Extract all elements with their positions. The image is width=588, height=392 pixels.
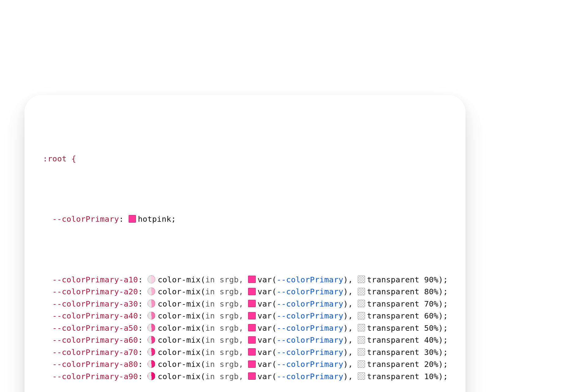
transparent-swatch-icon[interactable] [358, 324, 365, 331]
paren-close: ) [343, 360, 348, 369]
code-line-selector: :root { [43, 153, 447, 165]
color-swatch-icon[interactable] [248, 372, 255, 380]
color-swatch-icon[interactable] [248, 276, 255, 283]
comma: , [348, 348, 358, 357]
paren-open: ( [272, 372, 277, 381]
paren-close-semi: ); [439, 275, 448, 284]
kw-transparent: transparent [367, 335, 424, 345]
pct-value: 50% [424, 323, 439, 333]
color-mix-swatch-icon[interactable] [148, 324, 156, 332]
comma: , [348, 360, 358, 369]
paren-open: ( [272, 335, 277, 345]
paren-open: ( [272, 323, 277, 333]
transparent-swatch-icon[interactable] [358, 360, 365, 368]
color-mix-swatch-icon[interactable] [148, 312, 156, 320]
pct-value: 40% [424, 335, 439, 345]
paren-close-semi: ); [439, 287, 448, 296]
transparent-swatch-icon[interactable] [358, 300, 365, 307]
paren-close-semi: ); [439, 299, 448, 308]
comma: , [348, 335, 358, 345]
paren-close: ) [343, 287, 348, 296]
fn-var: var [258, 287, 272, 296]
transparent-swatch-icon[interactable] [358, 372, 365, 380]
var-name: --colorPrimary [277, 287, 343, 296]
kw-transparent: transparent [367, 372, 424, 381]
color-mix-swatch-icon[interactable] [148, 348, 156, 356]
comma: , [348, 311, 358, 320]
fn-var: var [258, 348, 272, 357]
kw-transparent: transparent [367, 348, 424, 357]
css-prop: --colorPrimary-a10 [52, 275, 138, 284]
fn-var: var [258, 360, 272, 369]
fn-var: var [258, 335, 272, 345]
css-prop: --colorPrimary-a70 [52, 348, 138, 357]
fn-var: var [258, 275, 272, 284]
code-line-mix: --colorPrimary-a60: color-mix(in srgb, v… [43, 334, 447, 346]
color-swatch-icon[interactable] [248, 288, 255, 295]
paren-close-semi: ); [439, 360, 448, 369]
css-value: hotpink [138, 214, 171, 224]
fn-color-mix: color-mix( [158, 287, 205, 296]
transparent-swatch-icon[interactable] [358, 348, 365, 356]
color-mix-swatch-icon[interactable] [148, 288, 156, 296]
pct-value: 30% [424, 348, 439, 357]
color-swatch-icon[interactable] [248, 336, 255, 344]
fn-var: var [258, 299, 272, 308]
colon: : [138, 372, 148, 381]
colon: : [138, 348, 148, 357]
css-prop: --colorPrimary-a50 [52, 323, 138, 333]
color-swatch-icon[interactable] [248, 348, 255, 356]
code-line-mix: --colorPrimary-a30: color-mix(in srgb, v… [43, 298, 447, 310]
color-swatch-icon[interactable] [248, 312, 255, 319]
kw-transparent: transparent [367, 360, 424, 369]
colon: : [138, 323, 148, 333]
color-swatch-icon[interactable] [248, 300, 255, 307]
transparent-swatch-icon[interactable] [358, 336, 365, 344]
mix-args: in srgb, [205, 311, 248, 320]
color-swatch-icon[interactable] [248, 360, 255, 368]
paren-close: ) [343, 299, 348, 308]
transparent-swatch-icon[interactable] [358, 312, 365, 319]
colon: : [138, 335, 148, 345]
code-line-mix: --colorPrimary-a10: color-mix(in srgb, v… [43, 274, 447, 286]
paren-close-semi: ); [439, 348, 448, 357]
color-mix-swatch-icon[interactable] [148, 336, 156, 344]
paren-close: ) [343, 372, 348, 381]
mix-args: in srgb, [205, 372, 248, 381]
color-swatch-icon[interactable] [248, 324, 255, 331]
css-code-block: :root { --colorPrimary: hotpink; --color… [43, 116, 447, 392]
color-mix-swatch-icon[interactable] [148, 275, 156, 283]
paren-open: ( [272, 311, 277, 320]
transparent-swatch-icon[interactable] [358, 276, 365, 283]
mix-args: in srgb, [205, 348, 248, 357]
css-prop: --colorPrimary-a90 [52, 372, 138, 381]
pct-value: 10% [424, 372, 439, 381]
fn-color-mix: color-mix( [158, 360, 205, 369]
var-name: --colorPrimary [277, 335, 343, 345]
comma: , [348, 323, 358, 333]
mix-args: in srgb, [205, 275, 248, 284]
color-mix-swatch-icon[interactable] [148, 300, 156, 307]
fn-color-mix: color-mix( [158, 372, 205, 381]
var-name: --colorPrimary [277, 275, 343, 284]
paren-open: ( [272, 299, 277, 308]
kw-transparent: transparent [367, 323, 424, 333]
colon: : [138, 287, 148, 296]
colon: : [138, 311, 148, 320]
css-prop: --colorPrimary [52, 214, 119, 224]
colon: : [119, 214, 128, 224]
code-line-mix: --colorPrimary-a90: color-mix(in srgb, v… [43, 371, 447, 383]
css-prop: --colorPrimary-a80 [52, 360, 138, 369]
fn-color-mix: color-mix( [158, 275, 205, 284]
comma: , [348, 287, 358, 296]
fn-var: var [258, 311, 272, 320]
colon: : [138, 275, 148, 284]
pct-value: 20% [424, 360, 439, 369]
transparent-swatch-icon[interactable] [358, 288, 365, 295]
paren-close: ) [343, 275, 348, 284]
color-swatch-icon[interactable] [129, 215, 136, 222]
color-mix-swatch-icon[interactable] [148, 360, 156, 368]
selector-token: :root { [43, 154, 76, 163]
color-mix-swatch-icon[interactable] [148, 372, 156, 380]
pct-value: 90% [424, 275, 439, 284]
